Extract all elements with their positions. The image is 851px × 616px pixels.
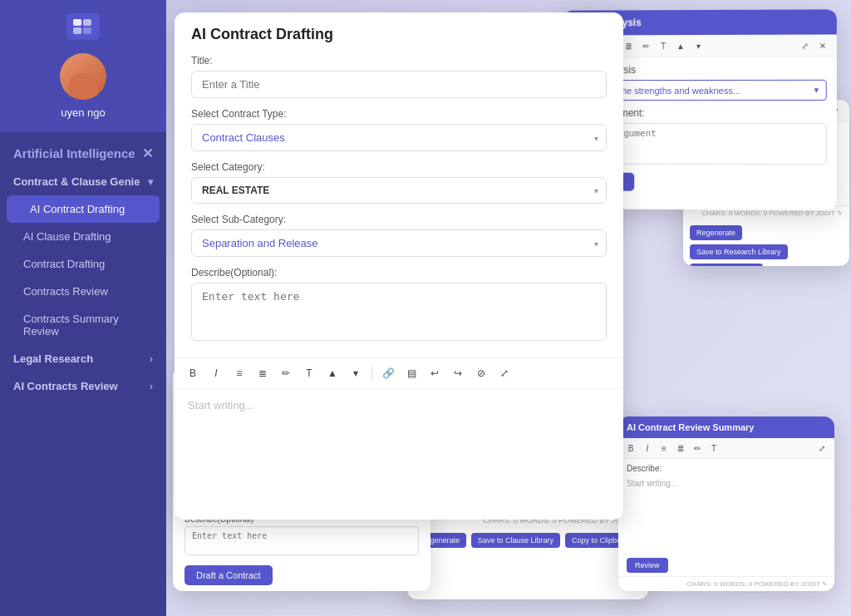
contract-type-label: Select Contract Type: (191, 108, 607, 120)
legal-paint-btn[interactable]: ▲ (673, 38, 688, 53)
category-select[interactable]: REAL ESTATE (191, 177, 607, 204)
subcategory-select[interactable]: Separation and Release (191, 229, 607, 257)
save-research-library-btn[interactable]: Save to Research Library (690, 244, 788, 259)
legal-close-btn[interactable]: ✕ (815, 38, 830, 53)
sidebar-item-contract-drafting[interactable]: Contract Drafting (0, 250, 166, 278)
contract-type-wrapper: Contract Clauses ▾ (191, 124, 607, 151)
describe-label: Describe(Optional): (191, 267, 607, 278)
sidebar-section-heading: Artificial Intelligence ✕ (0, 132, 166, 168)
title-input[interactable] (191, 71, 607, 98)
main-area: AI Contract Drafting Title: Select Contr… (166, 0, 851, 616)
more-btn[interactable]: ▾ (346, 363, 366, 383)
subcategory-wrapper: Separation and Release ▾ (191, 229, 607, 257)
toolbar-separator (371, 367, 372, 380)
legal-text-btn[interactable]: T (656, 38, 671, 53)
review-editor-content[interactable]: Start writing... (618, 476, 834, 554)
editor-area: B I ≡ ≣ ✏ T ▲ ▾ 🔗 ▤ ↩ ↪ ⊘ ⤢ Start writin… (175, 357, 623, 520)
bold-btn[interactable]: B (183, 363, 203, 383)
pen-btn[interactable]: ✏ (276, 363, 296, 383)
rv-list[interactable]: ≡ (657, 441, 671, 456)
rv-numbered[interactable]: ≣ (673, 441, 688, 456)
text-btn[interactable]: T (299, 363, 319, 383)
legal-action-buttons: Regenerate Save to Research Library Copy… (683, 220, 849, 266)
review-field-label: Describe: (618, 459, 834, 476)
subcategory-label: Select Sub-Category: (191, 214, 607, 225)
sidebar-item-contract-clause-genie[interactable]: Contract & Clause Genie ▾ (0, 168, 166, 195)
legal-regenerate-btn[interactable]: Regenerate (690, 225, 742, 240)
legal-numbered-btn[interactable]: ≣ (621, 38, 636, 53)
link-btn[interactable]: 🔗 (378, 363, 398, 383)
clause-describe-textarea[interactable] (184, 526, 419, 555)
review-button[interactable]: Review (627, 558, 668, 573)
card-title: AI Contract Drafting (191, 26, 607, 43)
chevron-right-icon: › (150, 353, 153, 365)
sidebar-item-ai-contract-drafting[interactable]: AI Contract Drafting (7, 195, 160, 223)
sidebar-item-ai-clause-drafting[interactable]: AI Clause Drafting (0, 223, 166, 250)
legal-expand-btn[interactable]: ⤢ (797, 38, 812, 53)
rv-expand[interactable]: ⤢ (814, 441, 829, 456)
sidebar-item-contracts-review[interactable]: Contracts Review (0, 278, 166, 305)
card-form: AI Contract Drafting Title: Select Contr… (175, 12, 623, 357)
editor-toolbar: B I ≡ ≣ ✏ T ▲ ▾ 🔗 ▤ ↩ ↪ ⊘ ⤢ (175, 358, 623, 389)
sidebar-item-ai-contracts-review[interactable]: AI Contracts Review › (0, 372, 166, 400)
category-label: Select Category: (191, 161, 607, 173)
ai-contract-drafting-card: AI Contract Drafting Title: Select Contr… (175, 12, 623, 520)
italic-btn[interactable]: I (206, 363, 226, 383)
title-label: Title: (191, 55, 607, 67)
sidebar-logo (66, 13, 100, 40)
sidebar: uyen ngo Artificial Intelligence ✕ Contr… (0, 0, 166, 616)
legal-more-btn[interactable]: ▾ (691, 38, 706, 53)
align-btn[interactable]: ▤ (401, 363, 421, 383)
rv-italic[interactable]: I (640, 441, 655, 456)
category-wrapper: REAL ESTATE ▾ (191, 177, 607, 204)
erase-btn[interactable]: ⊘ (471, 363, 491, 383)
sidebar-logo-area: uyen ngo (0, 0, 166, 132)
redo-btn[interactable]: ↪ (448, 363, 468, 383)
svg-rect-2 (73, 27, 81, 34)
rv-bold[interactable]: B (623, 441, 638, 456)
sidebar-item-legal-research[interactable]: Legal Research › (0, 345, 166, 372)
username-label: uyen ngo (61, 106, 106, 119)
chevron-down-icon: ▾ (148, 176, 153, 188)
avatar (60, 53, 106, 100)
save-clause-library-btn[interactable]: Save to Clause Library (471, 533, 560, 548)
copy-clipboard-btn[interactable]: Copy to Clipboard (690, 264, 763, 266)
contract-type-select[interactable]: Contract Clauses (191, 124, 607, 151)
describe-textarea[interactable] (191, 283, 607, 341)
sidebar-item-contracts-summary-review[interactable]: Contracts Summary Review (0, 305, 166, 345)
review-toolbar: B I ≡ ≣ ✏ T ⤢ (618, 438, 834, 459)
review-summary-title: AI Contract Review Summary (618, 416, 834, 438)
svg-rect-0 (73, 19, 81, 26)
dropdown-arrow-icon: ▾ (814, 85, 819, 96)
close-sidebar-icon[interactable]: ✕ (142, 145, 153, 161)
clause-action-buttons: Regenerate Save to Clause Library Copy t… (407, 528, 648, 553)
svg-rect-3 (83, 27, 91, 34)
review-summary-card: AI Contract Review Summary B I ≡ ≣ ✏ T ⤢… (618, 416, 834, 591)
bullet-btn[interactable]: ≡ (229, 363, 249, 383)
editor-content[interactable]: Start writing... (175, 389, 623, 520)
chevron-right-icon-2: › (150, 381, 153, 392)
rv-pen[interactable]: ✏ (690, 441, 705, 456)
svg-rect-1 (83, 19, 91, 26)
draft-contract-button[interactable]: Draft a Contract (184, 565, 273, 585)
rv-text[interactable]: T (706, 441, 721, 456)
paint-btn[interactable]: ▲ (322, 363, 342, 383)
review-footer: CHARS: 0 WORDS: 0 POWERED BY JODIT ✎ (618, 576, 834, 591)
undo-btn[interactable]: ↩ (425, 363, 445, 383)
expand-btn[interactable]: ⤢ (494, 363, 514, 383)
numbered-btn[interactable]: ≣ (253, 363, 273, 383)
legal-pen-btn[interactable]: ✏ (638, 38, 653, 53)
